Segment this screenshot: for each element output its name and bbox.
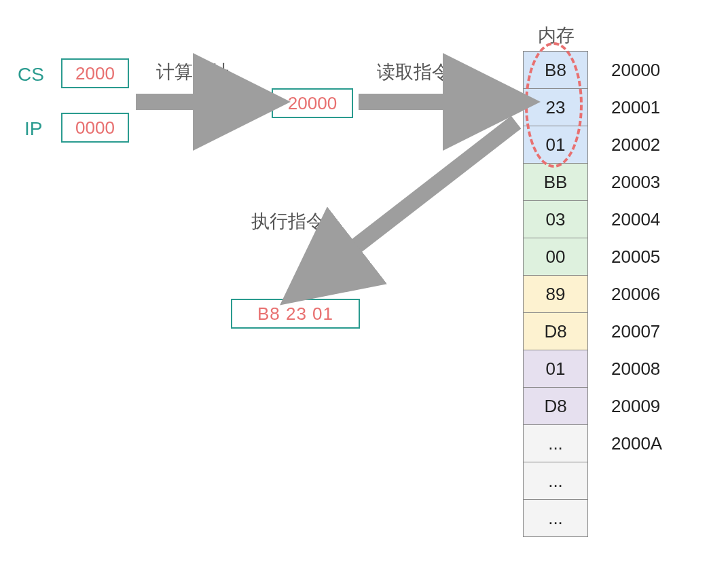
memory-address: 2000A (611, 433, 662, 454)
step-execute-instruction: 执行指令 (251, 209, 325, 234)
ip-label: IP (24, 118, 42, 140)
step-read-instruction: 读取指令 (377, 60, 450, 84)
execute-instruction-arrow (306, 122, 516, 285)
memory-cell: 03 (524, 201, 587, 238)
memory-address: 20004 (611, 209, 660, 230)
memory-address: 20005 (611, 246, 660, 268)
memory-table: B8 23 01 BB 03 00 89 D8 01 D8 ... ... ..… (523, 51, 588, 537)
memory-cell: ... (524, 425, 587, 462)
ip-register-box: 0000 (61, 113, 129, 143)
memory-address: 20008 (611, 359, 660, 380)
memory-cell: B8 (524, 52, 587, 89)
memory-cell: ... (524, 500, 587, 537)
memory-address: 20009 (611, 396, 660, 417)
memory-title: 内存 (538, 23, 575, 48)
memory-cell: D8 (524, 388, 587, 425)
memory-address: 20003 (611, 172, 660, 193)
memory-cell: BB (524, 164, 587, 201)
cs-register-box: 2000 (61, 58, 129, 88)
memory-address: 20002 (611, 134, 660, 155)
fetched-instruction-box: B8 23 01 (231, 299, 360, 329)
memory-cell: ... (524, 462, 587, 500)
memory-cell: 01 (524, 350, 587, 388)
memory-cell: 89 (524, 276, 587, 313)
memory-address: 20007 (611, 321, 660, 342)
memory-cell: 23 (524, 89, 587, 126)
computed-address-box: 20000 (272, 88, 353, 118)
memory-address: 20001 (611, 97, 660, 118)
memory-address: 20000 (611, 60, 660, 81)
memory-address: 20006 (611, 284, 660, 305)
memory-cell: 00 (524, 238, 587, 276)
step-compute-address: 计算地址 (156, 60, 230, 84)
memory-cell: 01 (524, 126, 587, 164)
cs-label: CS (18, 64, 44, 86)
memory-cell: D8 (524, 313, 587, 350)
